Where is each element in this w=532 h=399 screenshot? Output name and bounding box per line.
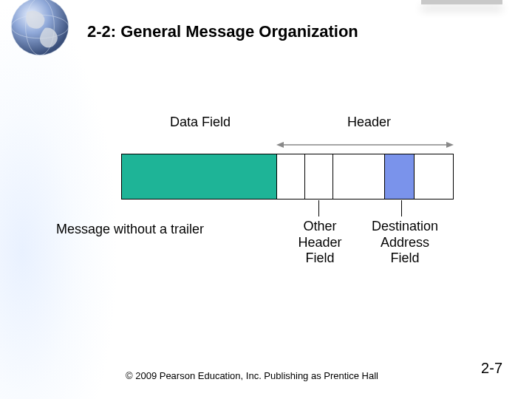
header-segment	[277, 154, 305, 199]
globe-icon	[7, 0, 72, 59]
callout-tick	[318, 200, 319, 216]
message-structure-diagram	[121, 154, 454, 200]
destination-address-segment	[385, 154, 415, 199]
page-number: 2-7	[481, 360, 502, 377]
header-label: Header	[347, 115, 391, 130]
background-gradient	[0, 0, 118, 399]
header-segment	[333, 154, 385, 199]
callout-tick	[401, 200, 402, 216]
other-header-field-label: OtherHeaderField	[287, 219, 353, 267]
svg-marker-5	[276, 142, 284, 148]
top-decoration-bar	[421, 0, 502, 4]
data-field-label: Data Field	[170, 115, 231, 130]
destination-address-field-label: DestinationAddressField	[361, 219, 449, 267]
slide-title: 2-2: General Message Organization	[87, 22, 358, 41]
copyright-footer: © 2009 Pearson Education, Inc. Publishin…	[126, 370, 378, 381]
svg-marker-6	[446, 142, 454, 148]
data-field-segment	[122, 154, 277, 199]
header-extent-arrow	[276, 139, 454, 148]
header-segment	[415, 154, 453, 199]
header-segment	[305, 154, 333, 199]
message-caption: Message without a trailer	[56, 222, 204, 237]
